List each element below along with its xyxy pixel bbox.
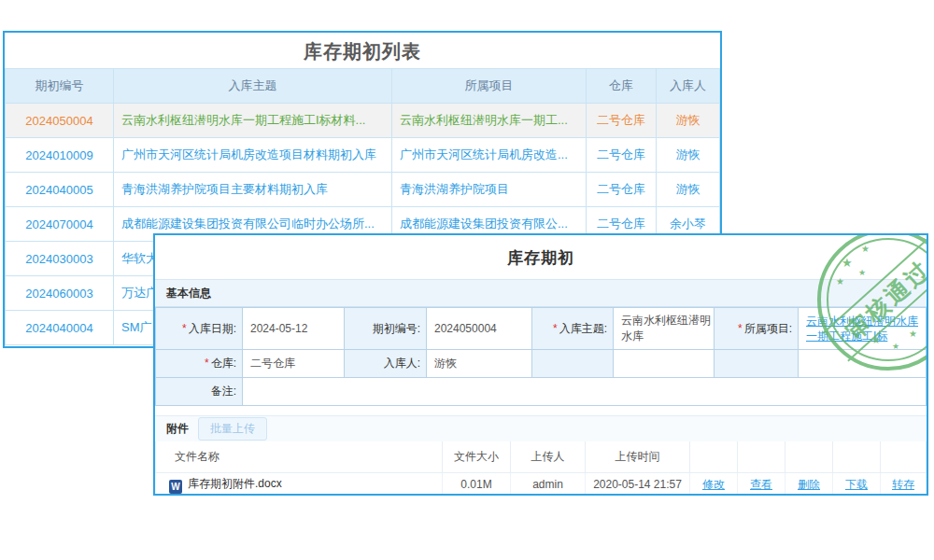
action-cell: 查看 bbox=[738, 472, 785, 496]
table-row[interactable]: 2024040005 青海洪湖养护院项目主要材料期初入库 青海洪湖养护院项目 二… bbox=[6, 173, 720, 207]
cell-subject: 广州市天河区统计局机房改造项目材料期初入库 bbox=[114, 138, 392, 173]
required-mark: * bbox=[182, 322, 187, 335]
cell-project: 云南水利枢纽潜明水库一期工... bbox=[392, 104, 587, 138]
list-title: 库存期初列表 bbox=[5, 33, 720, 68]
field-label-remark: 备注: bbox=[156, 378, 243, 406]
batch-upload-button[interactable]: 批量上传 bbox=[198, 417, 267, 441]
action-cell: 下载 bbox=[833, 472, 881, 496]
action-cell: 删除 bbox=[785, 472, 833, 496]
field-value-in-date: 2024-05-12 bbox=[243, 308, 345, 350]
dialog-title: 库存期初 bbox=[155, 235, 927, 279]
field-label-person: 入库人: bbox=[345, 350, 427, 378]
cell-init-no: 2024050004 bbox=[6, 104, 114, 138]
project-link[interactable]: 云南水利枢纽潜明水库一期工程施工I标 bbox=[806, 312, 926, 345]
attachment-header-action-spacer bbox=[881, 441, 927, 472]
detail-dialog: 库存期初 基本信息 *入库日期: 2024-05-12 期初编号: 202405… bbox=[153, 233, 928, 496]
attachment-header-uploader: 上传人 bbox=[511, 441, 586, 472]
empty-value-cell bbox=[614, 350, 715, 378]
field-label-subject: *入库主题: bbox=[532, 308, 614, 350]
cell-init-no: 2024010009 bbox=[6, 138, 114, 173]
attachment-header-file-name: 文件名称 bbox=[156, 441, 443, 472]
field-value-remark bbox=[243, 378, 927, 406]
attachment-header-action-spacer bbox=[738, 441, 785, 472]
cell-subject: 青海洪湖养护院项目主要材料期初入库 bbox=[114, 173, 392, 207]
column-header-project: 所属项目 bbox=[392, 69, 587, 104]
cell-warehouse: 二号仓库 bbox=[587, 104, 657, 138]
required-mark: * bbox=[553, 322, 558, 335]
cell-person: 游恢 bbox=[657, 173, 720, 207]
required-mark: * bbox=[205, 357, 209, 370]
file-name-cell: 库存期初附件.docx bbox=[156, 472, 443, 496]
attachment-label: 附件 bbox=[166, 421, 189, 437]
field-label-project: *所属项目: bbox=[715, 308, 799, 350]
required-mark: * bbox=[738, 322, 743, 335]
field-value-project: 云南水利枢纽潜明水库一期工程施工I标 bbox=[799, 308, 927, 350]
cell-project: 广州市天河区统计局机房改造... bbox=[392, 138, 587, 173]
field-value-warehouse: 二号仓库 bbox=[243, 350, 345, 378]
action-cell: 转存 bbox=[881, 472, 927, 496]
column-header-warehouse: 仓库 bbox=[587, 69, 657, 104]
cell-warehouse: 二号仓库 bbox=[587, 138, 657, 173]
word-file-icon bbox=[169, 480, 182, 494]
cell-init-no: 2024060003 bbox=[6, 276, 114, 311]
field-label-in-date: *入库日期: bbox=[156, 308, 243, 350]
action-link-modify[interactable]: 修改 bbox=[702, 478, 725, 491]
section-basic-info: 基本信息 bbox=[155, 279, 927, 307]
column-header-person: 入库人 bbox=[657, 69, 720, 104]
field-value-subject: 云南水利枢纽潜明水库 bbox=[614, 308, 715, 350]
file-name: 库存期初附件.docx bbox=[188, 477, 282, 490]
column-header-init-no: 期初编号 bbox=[6, 69, 114, 104]
field-value-init-no: 2024050004 bbox=[427, 308, 532, 350]
table-row[interactable]: 2024050004 云南水利枢纽潜明水库一期工程施工I标材料... 云南水利枢… bbox=[6, 104, 720, 138]
cell-project: 青海洪湖养护院项目 bbox=[392, 173, 587, 207]
uploader: admin bbox=[511, 472, 586, 496]
upload-time: 2020-05-14 21:57 bbox=[586, 472, 690, 496]
spacer bbox=[155, 406, 927, 415]
attachment-header-action-spacer bbox=[785, 441, 833, 472]
empty-label-cell bbox=[532, 350, 614, 378]
table-row[interactable]: 2024010009 广州市天河区统计局机房改造项目材料期初入库 广州市天河区统… bbox=[6, 138, 720, 173]
attachment-header-upload-time: 上传时间 bbox=[586, 441, 690, 472]
cell-init-no: 2024040004 bbox=[6, 311, 114, 345]
file-row: 库存期初附件.docx 0.01M admin 2020-05-14 21:57… bbox=[156, 472, 927, 496]
action-link-download[interactable]: 下载 bbox=[845, 478, 868, 491]
cell-person: 游恢 bbox=[657, 104, 720, 138]
empty-label-cell bbox=[715, 350, 799, 378]
attachment-table: 文件名称 文件大小 上传人 上传时间 库存期初附件.docx 0.01M adm… bbox=[155, 441, 927, 496]
attachment-section-bar: 附件 批量上传 bbox=[155, 415, 927, 441]
field-label-warehouse: *仓库: bbox=[156, 350, 243, 378]
cell-subject: 云南水利枢纽潜明水库一期工程施工I标材料... bbox=[114, 104, 392, 138]
attachment-header-file-size: 文件大小 bbox=[443, 441, 511, 472]
column-header-subject: 入库主题 bbox=[114, 69, 392, 104]
cell-init-no: 2024040005 bbox=[6, 173, 114, 207]
action-link-delete[interactable]: 删除 bbox=[798, 478, 820, 491]
field-value-person: 游恢 bbox=[427, 350, 532, 378]
cell-init-no: 2024070004 bbox=[6, 207, 114, 242]
field-label-init-no: 期初编号: bbox=[345, 308, 427, 350]
file-size: 0.01M bbox=[443, 472, 511, 496]
cell-person: 游恢 bbox=[657, 138, 720, 173]
basic-info-form: *入库日期: 2024-05-12 期初编号: 2024050004 *入库主题… bbox=[155, 307, 927, 406]
cell-init-no: 2024030003 bbox=[6, 242, 114, 276]
attachment-header-action-spacer bbox=[833, 441, 881, 472]
cell-warehouse: 二号仓库 bbox=[587, 173, 657, 207]
action-link-view[interactable]: 查看 bbox=[750, 478, 772, 491]
empty-value-cell bbox=[799, 350, 927, 378]
attachment-header-row: 文件名称 文件大小 上传人 上传时间 bbox=[156, 441, 927, 472]
list-header-row: 期初编号 入库主题 所属项目 仓库 入库人 bbox=[6, 69, 720, 104]
screen: 库存期初列表 期初编号 入库主题 所属项目 仓库 入库人 2024050004 … bbox=[0, 0, 934, 560]
action-link-transfer[interactable]: 转存 bbox=[892, 478, 914, 491]
action-cell: 修改 bbox=[690, 472, 738, 496]
attachment-header-action-spacer bbox=[690, 441, 738, 472]
